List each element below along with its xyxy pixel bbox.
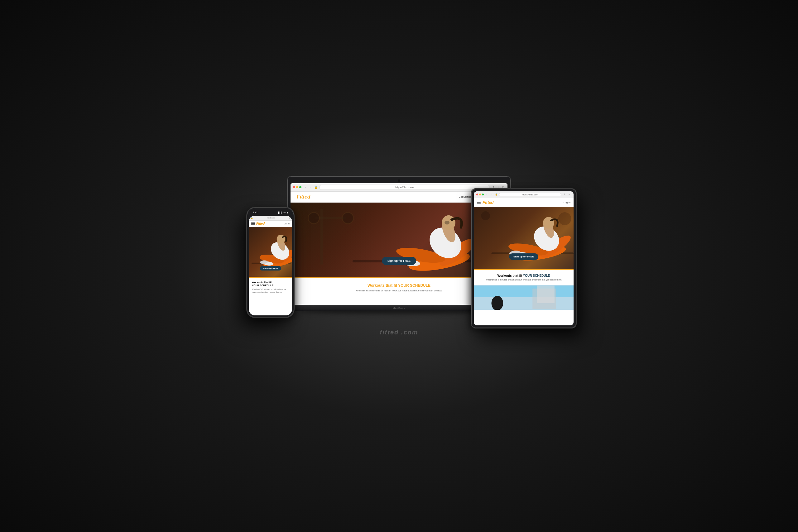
close-button[interactable] (293, 186, 295, 188)
phone-ham-2 (251, 223, 255, 224)
devices-scene: ‹ › 🔒 https://fitted.com ⬆ + ⊡ Fitte (228, 176, 570, 357)
url-text: https://fitted.com (395, 186, 414, 189)
section-title-plain: Workouts that fit (367, 283, 398, 288)
maximize-button[interactable] (299, 186, 301, 188)
tablet-outdoor-image (474, 285, 573, 310)
tablet-new-tab[interactable]: + (567, 193, 571, 196)
tablet-traffic-lights (476, 193, 484, 195)
address-bar[interactable]: https://fitted.com (320, 185, 489, 190)
site-logo: Fitted (297, 194, 310, 200)
tablet-share[interactable]: ⬆ (562, 193, 566, 196)
tablet-login[interactable]: Log In (564, 201, 570, 204)
wifi-icon: wifi (283, 212, 286, 213)
tablet-frame: ‹ › 🔒 https://fitted.com ⬆ + (471, 188, 577, 328)
phone-status-icons: ▌▌▌ wifi ▮ (278, 211, 288, 213)
forward-button[interactable]: › (308, 186, 312, 189)
phone-status-bar: 9:41 ▌▌▌ wifi ▮ (249, 209, 292, 216)
svg-point-12 (308, 212, 320, 224)
phone-nav: Fitted Log In (249, 221, 292, 227)
nav-get-started[interactable]: Get Started (458, 195, 471, 198)
security-icon: 🔒 (314, 186, 318, 189)
hamburger-line-2 (477, 202, 481, 203)
phone-fitness-figure (249, 227, 292, 271)
traffic-lights (293, 186, 301, 188)
svg-point-25 (481, 211, 490, 220)
tablet-logo: Fitted (482, 200, 493, 205)
tablet-title-plain: Workouts that fit (497, 274, 523, 278)
phone-device: 9:41 ▌▌▌ wifi ▮ 🔒 fitted.com ↻ (246, 207, 294, 318)
tablet-nav: Fitted Log In (474, 198, 573, 207)
svg-rect-30 (537, 286, 554, 303)
phone-chrome: 🔒 fitted.com ↻ (249, 216, 292, 221)
signal-icon: ▌▌▌ (278, 212, 282, 213)
tablet-workouts-section: Workouts that fit YOUR SCHEDULE Whether … (474, 269, 573, 285)
back-button[interactable]: ‹ (303, 186, 307, 189)
tablet-title-emphasis: YOUR SCHEDULE (523, 274, 550, 278)
hamburger-menu[interactable] (477, 201, 481, 204)
tablet-cta-button[interactable]: Sign up for FREE (509, 253, 538, 260)
svg-point-24 (543, 216, 554, 228)
tablet-section-subtitle: Whether it's 5 minutes or half an hour, … (479, 278, 569, 281)
phone-reload[interactable]: ↻ (289, 217, 290, 219)
minimize-button[interactable] (296, 186, 298, 188)
tablet-maximize[interactable] (482, 193, 484, 195)
browser-nav: ‹ › (303, 186, 312, 189)
tablet-device: ‹ › 🔒 https://fitted.com ⬆ + (471, 188, 577, 328)
phone-hero: Sign up for FREE (249, 227, 292, 277)
tablet-section-title: Workouts that fit YOUR SCHEDULE (479, 274, 569, 278)
svg-point-9 (444, 221, 450, 224)
tablet-back[interactable]: ‹ (485, 193, 489, 196)
tablet-outdoor-section (474, 285, 573, 310)
tablet-security-icon: 🔒 (495, 193, 498, 196)
phone-screen: 🔒 fitted.com ↻ Fitted Log In (249, 216, 292, 316)
phone-title-line2: YOUR SCHEDULE (252, 284, 289, 287)
tablet-chrome: ‹ › 🔒 https://fitted.com ⬆ + (474, 191, 573, 198)
tablet-minimize[interactable] (479, 193, 481, 195)
svg-point-13 (342, 212, 354, 224)
phone-workouts-section: Workouts that fit YOUR SCHEDULE Whether … (249, 277, 292, 297)
phone-url-label: 🔒 (251, 217, 253, 219)
svg-rect-28 (474, 297, 573, 309)
phone-title-line1: Workouts that fit (252, 281, 289, 284)
phone-section-subtitle: Whether it's 5 minutes or half an hour, … (252, 288, 289, 293)
phone-login[interactable]: Log In (284, 223, 290, 225)
tablet-screen: ‹ › 🔒 https://fitted.com ⬆ + (474, 191, 573, 325)
battery-icon: ▮ (287, 211, 288, 213)
hamburger-line-3 (477, 203, 481, 204)
phone-address[interactable]: fitted.com (254, 217, 288, 219)
cta-button[interactable]: Sign up for FREE (382, 257, 416, 265)
phone-cta-button[interactable]: Sign up for FREE (260, 266, 281, 270)
laptop-camera (398, 179, 400, 182)
section-title-emphasis: YOUR SCHEDULE (398, 283, 431, 288)
phone-frame: 9:41 ▌▌▌ wifi ▮ 🔒 fitted.com ↻ (246, 207, 294, 318)
fitted-watermark: fitted .com (380, 329, 418, 336)
hamburger-line-1 (477, 201, 481, 202)
phone-notch (264, 209, 277, 212)
phone-section-title: Workouts that fit YOUR SCHEDULE (252, 281, 289, 287)
phone-ham-3 (251, 224, 255, 225)
tablet-close[interactable] (476, 193, 478, 195)
tablet-hero: Sign up for FREE (474, 207, 573, 269)
tablet-forward[interactable]: › (490, 193, 494, 196)
tablet-address-bar[interactable]: https://fitted.com (499, 193, 561, 196)
phone-hamburger[interactable] (251, 222, 255, 225)
phone-time: 9:41 (253, 211, 258, 213)
phone-ham-1 (251, 222, 255, 223)
phone-logo: Fitted (256, 222, 265, 225)
svg-point-26 (558, 212, 571, 225)
